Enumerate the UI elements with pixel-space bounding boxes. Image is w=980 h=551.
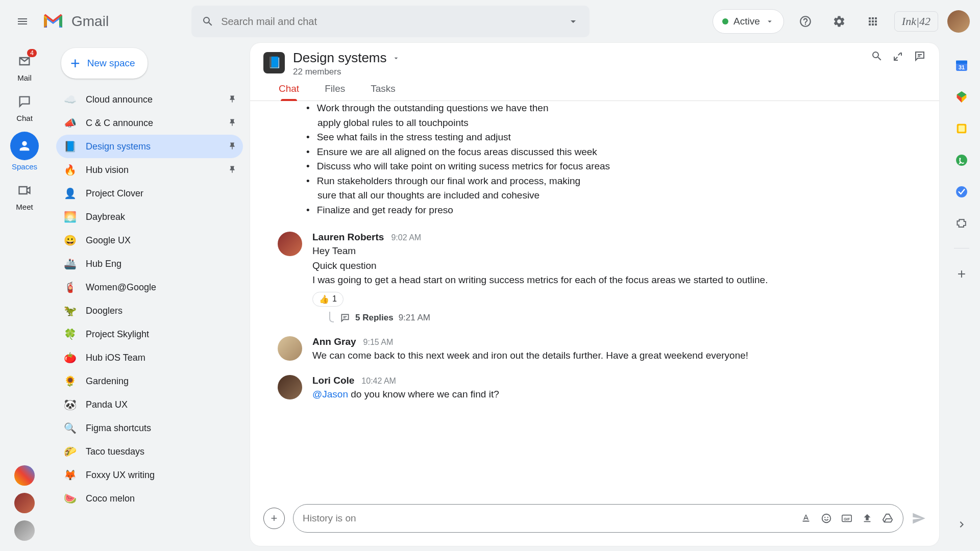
- send-button[interactable]: [912, 511, 926, 525]
- contact-shortcut-1[interactable]: [14, 493, 35, 513]
- svg-rect-6: [956, 61, 967, 64]
- sidebar-item-label: Figma shortcuts: [86, 423, 151, 434]
- tab[interactable]: Files: [325, 83, 345, 101]
- pin-icon[interactable]: [228, 142, 237, 151]
- rail-item-chat[interactable]: Chat: [14, 91, 35, 122]
- message-avatar[interactable]: [278, 375, 302, 399]
- sidebar-item-label: C & C announce: [86, 118, 153, 129]
- sidebar-item[interactable]: 🚢Hub Eng: [56, 252, 243, 276]
- message-author[interactable]: Lauren Roberts: [312, 232, 384, 243]
- support-button[interactable]: [793, 9, 818, 34]
- message-avatar[interactable]: [278, 336, 302, 361]
- sidebar-item[interactable]: ☁️Cloud announce: [56, 88, 243, 111]
- sidebar-item[interactable]: 🧯Women@Google: [56, 276, 243, 299]
- main-menu-button[interactable]: [10, 9, 35, 34]
- space-emoji-icon: 🧯: [63, 281, 77, 293]
- sidebar-item[interactable]: 🌅Daybreak: [56, 205, 243, 229]
- sidebar-item[interactable]: 📘Design systems: [56, 135, 243, 158]
- sidebar-item-label: Dooglers: [86, 306, 122, 316]
- sidebar-item[interactable]: 🍉Coco melon: [56, 487, 243, 510]
- message-avatar[interactable]: [278, 232, 302, 256]
- chevron-down-icon: [765, 17, 774, 26]
- emoji-icon[interactable]: [820, 513, 832, 524]
- get-addons-button[interactable]: +: [958, 266, 966, 282]
- chevron-right-icon[interactable]: [955, 518, 968, 531]
- pin-icon[interactable]: [228, 118, 237, 128]
- thread-summary[interactable]: 5 Replies9:21 AM: [328, 312, 924, 324]
- apps-button[interactable]: [861, 9, 885, 34]
- search-in-space-icon[interactable]: [871, 50, 883, 62]
- tasks-icon[interactable]: [954, 121, 969, 136]
- chevron-down-icon[interactable]: [392, 54, 400, 62]
- contact-shortcut-2[interactable]: [14, 520, 35, 541]
- space-members[interactable]: 22 members: [293, 67, 400, 77]
- rail-item-mail[interactable]: 4 Mail: [14, 51, 35, 82]
- workspace-brand[interactable]: Ink|42: [894, 11, 938, 32]
- sidebar-item[interactable]: 🦖Dooglers: [56, 299, 243, 322]
- settings-button[interactable]: [827, 9, 851, 34]
- sidebar-item[interactable]: 📣C & C announce: [56, 111, 243, 135]
- sidebar-item-label: Hub iOS Team: [86, 353, 145, 363]
- space-emoji-icon: 🦊: [63, 469, 77, 481]
- new-space-button[interactable]: + New space: [61, 48, 148, 79]
- rail-item-meet[interactable]: Meet: [14, 180, 35, 211]
- sidebar-item-label: Cloud announce: [86, 94, 153, 105]
- message: Lauren Roberts9:02 AM Hey TeamQuick ques…: [265, 228, 924, 332]
- reaction-chip[interactable]: 👍1: [312, 292, 344, 307]
- search-options-icon[interactable]: [567, 15, 579, 28]
- sidebar-item[interactable]: 🍀Project Skylight: [56, 322, 243, 346]
- format-icon[interactable]: [800, 513, 812, 524]
- space-emoji-icon: 🐼: [63, 398, 77, 411]
- space-avatar[interactable]: 📘: [263, 52, 285, 73]
- addons-icon[interactable]: [954, 216, 969, 231]
- chat-icon: [17, 94, 32, 109]
- drive-icon[interactable]: [881, 513, 894, 524]
- sidebar-item-label: Panda UX: [86, 399, 128, 410]
- message-author[interactable]: Ann Gray: [312, 336, 356, 347]
- search-input[interactable]: [221, 16, 560, 28]
- sidebar-item[interactable]: 🔥Hub vision: [56, 158, 243, 182]
- sidebar-item[interactable]: 🌻Gardening: [56, 369, 243, 393]
- pin-icon[interactable]: [228, 95, 237, 104]
- collapse-icon[interactable]: [892, 50, 904, 62]
- maps-icon[interactable]: [954, 185, 969, 199]
- contacts-icon[interactable]: [954, 153, 969, 167]
- space-title[interactable]: Design systems: [293, 50, 387, 66]
- message-composer[interactable]: GIF: [293, 504, 903, 533]
- mention[interactable]: @Jason: [312, 389, 348, 399]
- gif-icon[interactable]: GIF: [841, 513, 853, 524]
- keep-icon[interactable]: [954, 90, 969, 104]
- hamburger-icon: [16, 15, 29, 28]
- message-author[interactable]: Lori Cole: [312, 375, 354, 386]
- space-emoji-icon: 🔥: [63, 164, 77, 176]
- sidebar-item[interactable]: 🍅Hub iOS Team: [56, 346, 243, 369]
- message-time: 9:02 AM: [391, 233, 421, 242]
- space-emoji-icon: 📘: [63, 140, 77, 153]
- sidebar-item[interactable]: 🦊Foxxy UX writing: [56, 463, 243, 487]
- calendar-icon[interactable]: 31: [954, 58, 969, 72]
- svg-point-2: [827, 517, 828, 518]
- tab[interactable]: Chat: [279, 83, 299, 101]
- sidebar-item[interactable]: 🔍Figma shortcuts: [56, 416, 243, 440]
- svg-text:GIF: GIF: [844, 517, 850, 521]
- tab[interactable]: Tasks: [371, 83, 396, 101]
- search-bar[interactable]: [191, 6, 590, 37]
- message: Lori Cole10:42 AM @Jason do you know whe…: [265, 371, 924, 410]
- sidebar-item[interactable]: 🐼Panda UX: [56, 393, 243, 416]
- add-attachment-button[interactable]: +: [263, 508, 285, 529]
- sidebar-item[interactable]: 👤Project Clover: [56, 182, 243, 205]
- open-thread-icon[interactable]: [914, 50, 926, 62]
- sidebar-item-label: Daybreak: [86, 212, 125, 222]
- space-shortcut-1[interactable]: [14, 465, 35, 486]
- gmail-logo[interactable]: Gmail: [41, 9, 109, 34]
- svg-rect-9: [959, 126, 965, 132]
- upload-icon[interactable]: [861, 513, 873, 524]
- space-emoji-icon: 👤: [63, 187, 77, 199]
- sidebar-item[interactable]: 😀Google UX: [56, 229, 243, 252]
- status-pill[interactable]: Active: [713, 9, 784, 34]
- composer-input[interactable]: [303, 513, 792, 524]
- pin-icon[interactable]: [228, 165, 237, 174]
- account-avatar[interactable]: [947, 10, 970, 33]
- rail-item-spaces[interactable]: Spaces: [10, 132, 39, 171]
- sidebar-item[interactable]: 🌮Taco tuesdays: [56, 440, 243, 463]
